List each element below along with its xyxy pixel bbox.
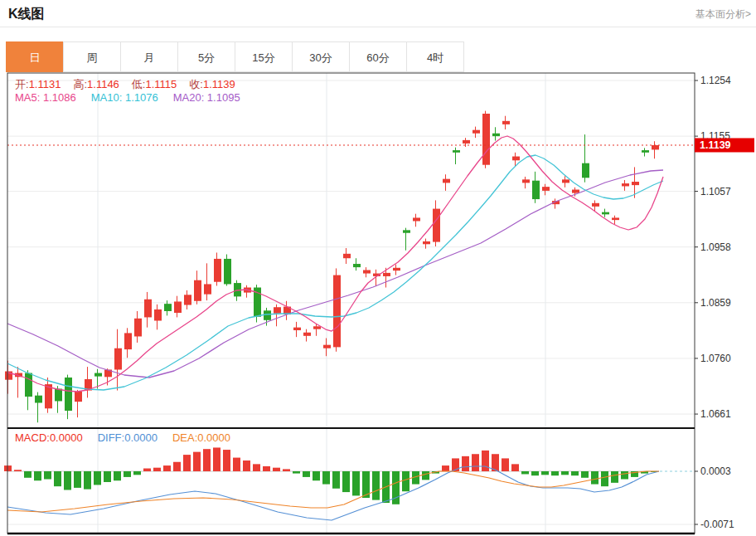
candle-body	[472, 130, 480, 134]
macd-bar	[74, 471, 81, 488]
macd-bar	[124, 471, 131, 477]
tab-period-1[interactable]: 周	[63, 41, 121, 72]
macd-bar	[163, 465, 171, 471]
candle-body	[363, 270, 371, 273]
tab-period-6[interactable]: 60分	[349, 41, 407, 72]
macd-item-0: MACD:0.0000	[15, 431, 83, 444]
macd-bar	[24, 471, 32, 478]
candle-body	[612, 217, 619, 220]
macd-bar	[303, 471, 310, 477]
candle-body	[204, 284, 211, 294]
tab-period-4[interactable]: 15分	[235, 41, 293, 72]
tab-period-2[interactable]: 月	[120, 41, 178, 72]
macd-axis-label: 0.0003	[700, 465, 731, 477]
macd-bar	[561, 471, 569, 475]
macd-bar	[472, 454, 479, 471]
candle-body	[413, 217, 420, 221]
macd-bar	[143, 469, 151, 471]
price-axis-label: 1.0760	[700, 353, 731, 364]
macd-bar	[173, 462, 181, 471]
candle-body	[184, 295, 191, 305]
candle-body	[443, 179, 450, 183]
macd-bar	[591, 471, 598, 485]
ohlc-value-2: 1.1115	[145, 78, 177, 90]
candle-body	[323, 345, 331, 348]
candle-body	[592, 203, 599, 207]
candle-body	[333, 275, 341, 348]
macd-bar	[422, 471, 429, 480]
candle-body	[393, 268, 400, 270]
macd-bar	[442, 465, 449, 471]
candle-body	[482, 114, 490, 165]
candle-body	[75, 392, 82, 402]
macd-bar	[233, 458, 240, 471]
candle-body	[512, 157, 520, 161]
candle-body	[35, 396, 42, 403]
macd-readout: MACD:0.0000DIFF:0.0000DEA:0.0000	[15, 431, 245, 444]
candle-body	[652, 145, 659, 149]
candle-body	[25, 373, 32, 397]
fundamental-analysis-link[interactable]: 基本面分析>	[695, 7, 751, 22]
ohlc-label-2: 低:	[132, 78, 146, 90]
macd-bar	[104, 471, 111, 482]
candle-body	[562, 179, 569, 183]
macd-bar	[372, 471, 380, 500]
candle-body	[313, 326, 321, 329]
ma-readout: MA5: 1.1086MA10: 1.1076MA20: 1.1095	[15, 91, 255, 104]
candle-body	[582, 163, 589, 178]
candle-body	[403, 230, 410, 232]
macd-bar	[521, 471, 529, 474]
candle-body	[65, 378, 72, 411]
candle-body	[463, 140, 470, 144]
candle-body	[134, 319, 142, 337]
macd-bar	[571, 471, 579, 475]
candle-body	[174, 301, 182, 313]
macd-bar	[511, 464, 519, 471]
candle-body	[194, 280, 201, 301]
candle-body	[214, 259, 221, 282]
ohlc-group-2: 低:1.1115	[132, 78, 177, 90]
macd-bar	[531, 471, 539, 475]
macd-item-2: DEA:0.0000	[172, 431, 230, 444]
macd-bar	[253, 464, 260, 471]
candle-body	[492, 134, 500, 136]
candle-body	[114, 348, 122, 370]
macd-bar	[243, 460, 250, 471]
macd-bar	[273, 468, 280, 471]
ohlc-group-0: 开:1.1131	[15, 78, 61, 90]
candle-body	[144, 300, 152, 318]
ohlc-value-1: 1.1146	[87, 78, 119, 90]
candle-body	[55, 389, 62, 402]
candle-body	[532, 181, 540, 199]
ohlc-label-3: 收:	[189, 78, 203, 90]
macd-bar	[213, 447, 220, 471]
candle-body	[572, 190, 579, 193]
candle-body	[353, 264, 361, 267]
ohlc-readout: 开:1.1131高:1.1146低:1.1115收:1.1139	[15, 77, 248, 92]
ma5-line	[7, 136, 663, 392]
candle-body	[522, 179, 530, 183]
macd-bar	[342, 471, 350, 492]
candle-body	[164, 304, 172, 311]
tab-period-0[interactable]: 日	[6, 41, 64, 72]
candle-body	[343, 254, 351, 258]
ohlc-label-1: 高:	[73, 78, 87, 90]
candle-body	[433, 209, 440, 242]
macd-bar	[44, 471, 51, 480]
macd-bar	[114, 471, 121, 480]
candle-body	[622, 183, 629, 186]
tab-period-7[interactable]: 4时	[406, 41, 464, 72]
macd-bar	[203, 449, 211, 471]
macd-axis-label: -0.0071	[700, 519, 734, 530]
chart-frame	[7, 73, 695, 534]
tab-period-5[interactable]: 30分	[292, 41, 350, 72]
price-axis-label: 1.0661	[700, 408, 731, 420]
current-price-badge-text: 1.1139	[700, 139, 731, 151]
macd-bar	[621, 471, 628, 480]
candle-body	[303, 333, 311, 336]
ma-item-2: MA20: 1.1095	[173, 91, 240, 104]
ohlc-value-0: 1.1131	[29, 78, 61, 90]
tab-period-3[interactable]: 5分	[177, 41, 235, 72]
macd-bar	[482, 451, 489, 471]
price-axis-label: 1.1057	[700, 186, 731, 197]
